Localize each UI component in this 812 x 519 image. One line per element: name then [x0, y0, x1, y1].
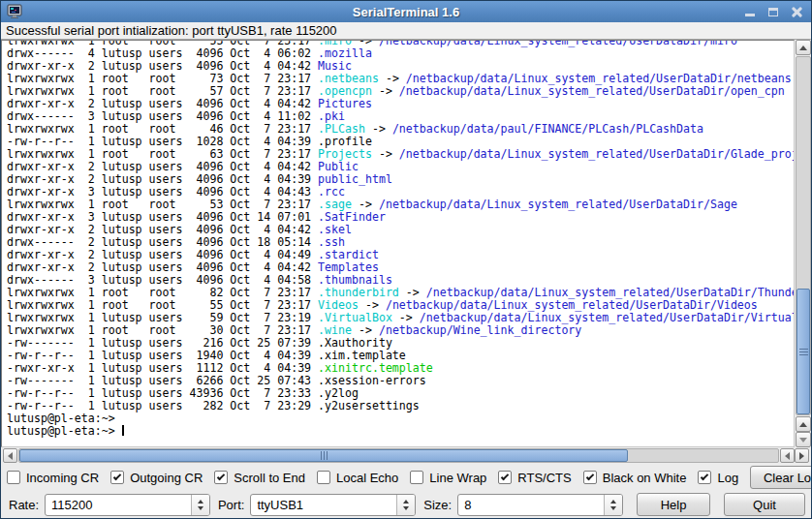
checkbox-label: RTS/CTS: [517, 471, 571, 485]
vertical-scroll-track[interactable]: [796, 56, 811, 415]
thumb-grip: [799, 349, 808, 350]
rate-label: Rate:: [9, 498, 39, 512]
scroll-down-button[interactable]: [796, 432, 811, 447]
size-label: Size:: [423, 498, 452, 512]
checkbox-label: Incoming CR: [26, 471, 99, 485]
checkbox-box[interactable]: [214, 471, 228, 484]
quit-button[interactable]: Quit: [724, 493, 805, 516]
app-window: SerialTerminal 1.6 Sucessful serial port…: [0, 0, 812, 519]
check-icon: [113, 472, 121, 479]
minimize-icon: [745, 14, 755, 16]
thumb-grip: [327, 451, 328, 460]
scroll-right-button[interactable]: [795, 448, 809, 463]
check-icon: [501, 472, 509, 479]
checkbox-incoming-cr[interactable]: Incoming CR: [7, 471, 99, 485]
spin-down-icon: [610, 506, 616, 510]
checkbox-box[interactable]: [698, 471, 711, 484]
minimize-button[interactable]: [743, 6, 757, 17]
vertical-scrollbar[interactable]: [795, 40, 811, 447]
spin-up-icon: [610, 500, 616, 504]
checkbox-scroll-to-end[interactable]: Scroll to End: [214, 471, 305, 485]
main-area: lrwxrwxrwx 1 root root 53 Oct 7 23:17 .m…: [1, 40, 811, 447]
horizontal-scroll-track[interactable]: [18, 448, 779, 463]
checkbox-box[interactable]: [7, 471, 20, 484]
spin-down-icon: [403, 506, 409, 510]
checkbox-box[interactable]: [498, 471, 512, 484]
arrow-left-icon: [785, 452, 790, 460]
check-icon: [585, 472, 593, 479]
port-label: Port:: [218, 498, 244, 512]
size-value: 8: [458, 498, 604, 512]
maximize-button[interactable]: [766, 6, 780, 17]
spin-up-icon: [198, 500, 203, 504]
rate-select[interactable]: 115200: [45, 494, 210, 516]
options-row: Incoming CROutgoing CRScroll to EndLocal…: [1, 464, 811, 491]
spinner-icon[interactable]: [604, 495, 622, 515]
scroll-left-button[interactable]: [3, 448, 17, 463]
app-icon: [7, 4, 22, 19]
horizontal-scrollbar[interactable]: [1, 447, 811, 464]
check-icon: [701, 472, 708, 479]
settings-row: Rate:115200Port:ttyUSB1Size:8 Help Quit: [1, 491, 811, 518]
vertical-scroll-thumb[interactable]: [796, 289, 810, 414]
status-bar: Sucessful serial port intialization: por…: [1, 22, 811, 40]
thumb-grip: [324, 451, 325, 460]
clear-log-button[interactable]: Clear Log: [750, 466, 812, 489]
rate-value: 115200: [46, 498, 191, 512]
scroll-left-button-2[interactable]: [780, 448, 795, 463]
checkbox-line-wrap[interactable]: Line Wrap: [410, 471, 486, 485]
check-icon: [217, 472, 225, 479]
scroll-up-button[interactable]: [796, 40, 811, 55]
horizontal-scroll-thumb[interactable]: [19, 449, 628, 462]
maximize-icon: [768, 8, 778, 16]
arrow-up-icon: [799, 46, 807, 50]
scroll-up-button-2[interactable]: [796, 416, 811, 432]
help-button[interactable]: Help: [637, 493, 710, 516]
titlebar[interactable]: SerialTerminal 1.6: [1, 1, 811, 22]
checkbox-group: Incoming CROutgoing CRScroll to EndLocal…: [7, 471, 738, 485]
checkbox-label: Line Wrap: [429, 471, 486, 485]
field-group: Rate:115200Port:ttyUSB1Size:8: [7, 494, 623, 516]
close-icon: [792, 7, 802, 17]
close-button[interactable]: [790, 6, 803, 17]
checkbox-label: Outgoing CR: [130, 471, 203, 485]
port-value: ttyUSB1: [251, 498, 396, 512]
checkbox-label: Black on White: [603, 471, 687, 485]
thumb-grip: [321, 451, 322, 460]
checkbox-outgoing-cr[interactable]: Outgoing CR: [110, 471, 203, 485]
terminal-line: lutusp@pl-eta:~>: [7, 425, 794, 438]
arrow-left-icon: [8, 452, 13, 460]
checkbox-label: Local Echo: [336, 471, 398, 485]
checkbox-box[interactable]: [583, 471, 597, 484]
checkbox-box[interactable]: [410, 471, 423, 484]
spin-down-icon: [198, 506, 203, 510]
arrow-up-icon: [799, 422, 807, 427]
checkbox-local-echo[interactable]: Local Echo: [317, 471, 398, 485]
arrow-down-icon: [799, 438, 807, 443]
terminal-text: lrwxrwxrwx 1 root root 53 Oct 7 23:17 .m…: [2, 40, 794, 438]
window-title: SerialTerminal 1.6: [1, 5, 811, 19]
checkbox-label: Scroll to End: [234, 471, 305, 485]
terminal-line: lutusp@pl-eta:~>: [7, 412, 794, 425]
checkbox-rts-cts[interactable]: RTS/CTS: [498, 471, 571, 485]
terminal-output[interactable]: lrwxrwxrwx 1 root root 53 Oct 7 23:17 .m…: [1, 40, 795, 447]
port-select[interactable]: ttyUSB1: [250, 494, 416, 516]
status-text: Sucessful serial port intialization: por…: [6, 23, 337, 38]
checkbox-log[interactable]: Log: [698, 471, 738, 485]
arrow-right-icon: [799, 452, 804, 460]
checkbox-box[interactable]: [110, 471, 124, 484]
checkbox-black-on-white[interactable]: Black on White: [583, 471, 687, 485]
checkbox-box[interactable]: [317, 471, 330, 484]
spinner-icon[interactable]: [396, 495, 415, 515]
spinner-icon[interactable]: [191, 495, 209, 515]
thumb-grip: [799, 351, 808, 352]
size-select[interactable]: 8: [457, 494, 623, 516]
text-cursor: [122, 425, 124, 436]
checkbox-label: Log: [717, 471, 738, 485]
thumb-grip: [799, 354, 808, 355]
terminal-line: -rw-r--r-- 1 lutusp users 282 Oct 7 23:2…: [7, 400, 794, 412]
spin-up-icon: [403, 500, 409, 504]
